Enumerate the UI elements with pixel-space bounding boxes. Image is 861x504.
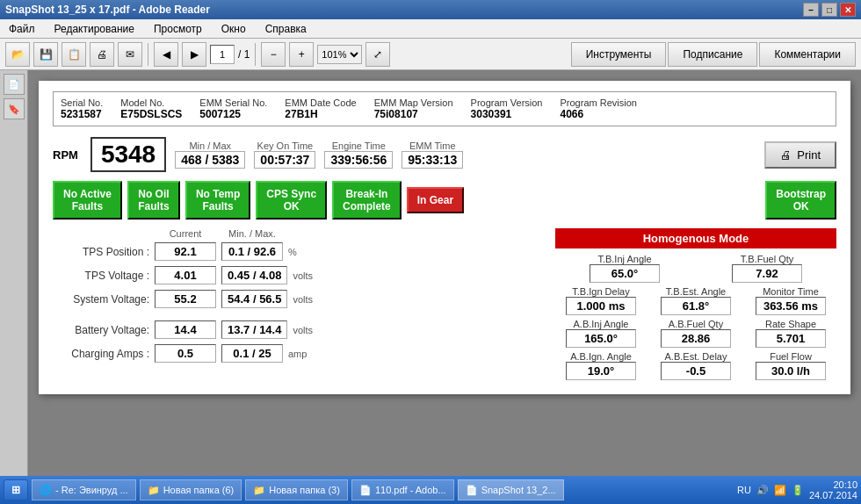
tps-voltage-unit: volts (293, 270, 319, 281)
battery-voltage-unit: volts (293, 325, 319, 335)
no-active-faults-button[interactable]: No ActiveFaults (53, 181, 122, 220)
panel-row1: T.B.Inj Angle 65.0° T.B.Fuel Qty 7.92 (555, 254, 836, 283)
taskbar-item-2[interactable]: 📁 Новая папка (3) (245, 479, 348, 500)
serial-no-value: 5231587 (61, 108, 103, 120)
cps-sync-button[interactable]: CPS SyncOK (256, 181, 327, 220)
fuel-flow-value: 30.0 l/h (756, 362, 826, 380)
break-in-button[interactable]: Break-InComplete (332, 181, 402, 220)
folder-icon-1: 📁 (148, 485, 160, 496)
emm-map-label: EMM Map Version (374, 97, 453, 108)
menu-window[interactable]: Окно (216, 21, 251, 37)
min-max-label: Min / Max (189, 140, 231, 151)
battery-voltage-label: Battery Voltage: (53, 324, 149, 336)
menu-bar: Файл Редактирование Просмотр Окно Справк… (0, 19, 861, 39)
tb-ign-delay-value: 1.000 ms (566, 297, 636, 315)
charging-amps-row: Charging Amps : 0.5 0.1 / 25 amp (53, 344, 546, 363)
close-button[interactable]: ✕ (840, 3, 856, 17)
zoom-select[interactable]: 101% (317, 45, 362, 64)
fuel-flow-cell: Fuel Flow 30.0 l/h (745, 351, 836, 380)
monitor-time-cell: Monitor Time 363.56 ms (745, 286, 836, 315)
emm-date-col: EMM Date Code 27B1H (285, 97, 356, 120)
no-temp-faults-button[interactable]: No TempFaults (185, 181, 250, 220)
email-button[interactable]: ✉ (118, 42, 142, 67)
locale-label: RU (737, 485, 751, 495)
panel-row3: A.B.Inj Angle 165.0° A.B.Fuel Qty 28.86 … (555, 319, 836, 348)
tps-position-minmax: 0.1 / 92.6 (221, 242, 283, 261)
no-oil-faults-button[interactable]: No OilFaults (127, 181, 180, 220)
taskbar-item-0[interactable]: 🌐 - Re: Эвинруд ... (32, 479, 136, 500)
back-button[interactable]: ◀ (154, 42, 178, 67)
left-data-table: Current Min. / Max. TPS Position : 92.1 … (53, 228, 546, 380)
bootstrap-button[interactable]: BootstrapOK (765, 181, 836, 220)
menu-help[interactable]: Справка (260, 21, 312, 37)
time-display: 20:10 (809, 479, 857, 490)
toolbar: 📂 💾 📋 🖨 ✉ ◀ ▶ / 1 − + 101% ⤢ Инструменты… (0, 39, 861, 70)
ab-fuel-qty-value: 28.86 (661, 329, 731, 348)
data-section: Current Min. / Max. TPS Position : 92.1 … (53, 228, 836, 380)
prog-rev-value: 4066 (560, 108, 636, 120)
zoom-in-button[interactable]: + (289, 42, 314, 67)
tps-voltage-row: TPS Voltage : 4.01 0.45 / 4.08 volts (53, 266, 546, 284)
header-labels-row: Serial No. 5231587 Model No. E75DSLSCS E… (61, 97, 828, 120)
title-bar-controls: – □ ✕ (803, 3, 856, 17)
folder-icon-2: 📁 (253, 485, 265, 496)
ab-est-delay-value: -0.5 (661, 362, 731, 380)
prog-ver-label: Program Version (471, 97, 543, 108)
taskbar-label-1: Новая папка (6) (163, 485, 235, 495)
taskbar: ⊞ 🌐 - Re: Эвинруд ... 📁 Новая папка (6) … (0, 476, 861, 504)
title-bar: SnapShot 13_25 x 17.pdf - Adobe Reader –… (0, 0, 861, 19)
ab-inj-angle-cell: A.B.Inj Angle 165.0° (555, 319, 647, 348)
emm-time-group: EMM Time 95:33:13 (402, 140, 463, 169)
taskbar-item-3[interactable]: 📄 110.pdf - Adob... (351, 479, 454, 500)
rpm-value: 5348 (90, 137, 166, 172)
maximize-button[interactable]: □ (821, 3, 837, 17)
battery-voltage-minmax: 13.7 / 14.4 (221, 320, 287, 339)
print-button[interactable]: 🖨 Print (764, 141, 836, 169)
open-button[interactable]: 📂 (5, 42, 30, 67)
sign-button[interactable]: Подписание (668, 42, 757, 67)
menu-view[interactable]: Просмотр (148, 21, 207, 37)
rate-shape-cell: Rate Shape 5.701 (745, 319, 836, 348)
pdf-icon-2: 📄 (466, 485, 478, 496)
save-button[interactable]: 💾 (33, 42, 58, 67)
in-gear-button[interactable]: In Gear (407, 187, 464, 213)
print-toolbar-button[interactable]: 🖨 (90, 42, 114, 67)
key-on-value: 00:57:37 (254, 151, 315, 169)
separator-1 (148, 43, 148, 66)
menu-edit[interactable]: Редактирование (49, 21, 140, 37)
zoom-out-button[interactable]: − (261, 42, 286, 67)
forward-button[interactable]: ▶ (182, 42, 206, 67)
emm-map-value: 75i08107 (374, 108, 453, 120)
minimize-button[interactable]: – (803, 3, 819, 17)
sidebar-bookmarks-icon[interactable]: 🔖 (4, 98, 25, 119)
engine-time-group: Engine Time 339:56:56 (324, 140, 393, 169)
emm-date-value: 27B1H (285, 108, 356, 120)
tps-voltage-minmax: 0.45 / 4.08 (221, 266, 287, 284)
properties-button[interactable]: 📋 (62, 42, 86, 67)
tb-fuel-qty-cell: T.B.Fuel Qty 7.92 (698, 254, 836, 283)
menu-file[interactable]: Файл (4, 21, 40, 37)
taskbar-item-4[interactable]: 📄 SnapShot 13_2... (458, 479, 564, 500)
serial-no-col: Serial No. 5231587 (61, 97, 103, 120)
prog-rev-col: Program Revision 4066 (560, 97, 636, 120)
charging-amps-current: 0.5 (155, 344, 216, 363)
start-button[interactable]: ⊞ (4, 479, 28, 500)
header-info-table: Serial No. 5231587 Model No. E75DSLSCS E… (53, 91, 836, 126)
fit-button[interactable]: ⤢ (365, 42, 390, 67)
emm-serial-col: EMM Serial No. 5007125 (199, 97, 267, 120)
taskbar-item-1[interactable]: 📁 Новая папка (6) (140, 479, 242, 500)
charging-amps-unit: amp (288, 349, 315, 359)
comments-button[interactable]: Комментарии (759, 42, 856, 67)
emm-date-label: EMM Date Code (285, 97, 356, 108)
document: Serial No. 5231587 Model No. E75DSLSCS E… (39, 81, 850, 394)
tools-button[interactable]: Инструменты (571, 42, 667, 67)
monitor-time-label: Monitor Time (763, 286, 819, 297)
taskbar-label-4: SnapShot 13_2... (481, 485, 556, 495)
model-no-label: Model No. (120, 97, 182, 108)
page-input[interactable] (210, 45, 235, 64)
serial-no-label: Serial No. (61, 97, 103, 108)
key-on-label: Key On Time (257, 140, 314, 151)
sidebar-pages-icon[interactable]: 📄 (4, 74, 25, 95)
tps-voltage-current: 4.01 (155, 266, 216, 284)
emm-serial-label: EMM Serial No. (199, 97, 267, 108)
